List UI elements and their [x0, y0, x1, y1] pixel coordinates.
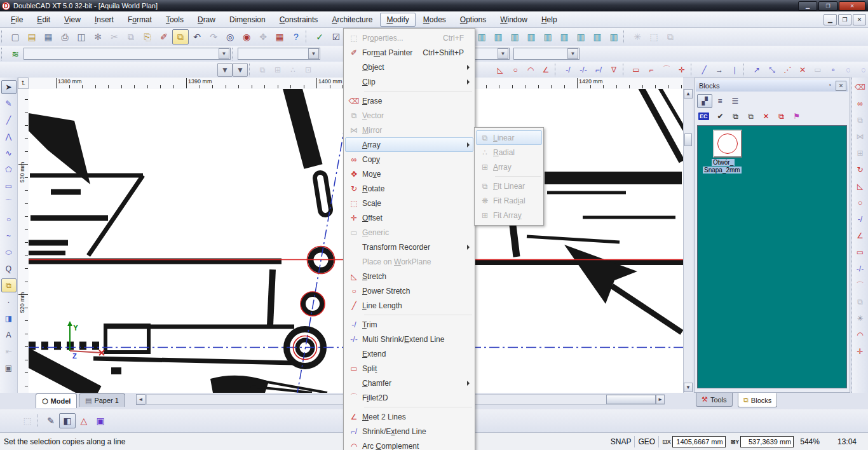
y-coordinate-field[interactable]: 537,3639 mm [740, 436, 794, 447]
save-icon[interactable]: ▦ [40, 29, 57, 44]
bp-tag-button[interactable]: ⚑ [789, 109, 804, 123]
doc-tab-model[interactable]: ⬡Model [36, 393, 77, 408]
menu-file[interactable]: File [4, 13, 29, 27]
menu-item-fit-radial[interactable]: ❋Fit Radial [476, 193, 542, 208]
block-tool-icon[interactable]: ⧉ [1, 278, 17, 292]
zoom-level[interactable]: 544% [800, 437, 820, 446]
menu-draw[interactable]: Draw [191, 13, 222, 27]
print-preview-icon[interactable]: ◫ [73, 29, 90, 44]
menu-architecture[interactable]: Architecture [325, 13, 379, 27]
bp-view-detail-button[interactable]: ☰ [728, 94, 743, 108]
menu-item-generic[interactable]: ▭Generic [345, 225, 473, 240]
array-tool-icon[interactable]: ⊞ [853, 146, 868, 160]
menu-item-chamfer[interactable]: Chamfer [345, 376, 473, 390]
copy-objects-tool-icon[interactable]: ⧉ [853, 295, 868, 309]
bp-edit-content-button[interactable]: EC [698, 112, 709, 120]
menu-item-erase[interactable]: ⌫Erase [345, 93, 473, 108]
hatch-combo-dropdown[interactable]: ▼ [567, 48, 578, 59]
menu-item-object[interactable]: Object [345, 60, 473, 74]
menu-item-format-painter[interactable]: ✐Format PainterCtrl+Shift+P [345, 45, 473, 60]
menu-item-fillet2d[interactable]: ⌒Fillet2D [345, 390, 473, 405]
close-button[interactable]: ✕ [839, 1, 865, 11]
split-icon[interactable]: ▭ [628, 63, 644, 77]
menu-view[interactable]: View [58, 13, 87, 27]
menu-item-array[interactable]: Array [345, 137, 473, 152]
snap-intersection-icon[interactable]: ✕ [795, 63, 810, 77]
mirror-tool-icon[interactable]: ⋈ [853, 130, 868, 144]
maximize-button[interactable]: ❐ [818, 1, 837, 11]
fillet-tool-icon[interactable]: ⌒ [853, 278, 868, 292]
angle-edit-icon[interactable]: ∠ [538, 63, 553, 77]
block-name-line1[interactable]: Otwór_ [712, 159, 735, 166]
open-file-icon[interactable]: ▤ [24, 29, 40, 44]
menu-item-power-stretch[interactable]: ○Power Stretch [345, 283, 473, 298]
layer-combo-dropdown[interactable]: ▼ [219, 48, 229, 59]
menu-item-mirror[interactable]: ⋈Mirror [345, 123, 473, 137]
view-cube-left-icon[interactable]: ▥ [506, 29, 523, 44]
menu-item-radial[interactable]: ∴Radial [476, 145, 542, 160]
menu-item-array[interactable]: ⊞Array [476, 160, 542, 174]
view-cube-iso-nw-icon[interactable]: ▥ [606, 29, 622, 44]
snap-vertical-icon[interactable]: ∣ [727, 63, 742, 77]
mdi-close-button[interactable]: ✕ [853, 14, 866, 25]
trim-tool-icon[interactable]: -/ [853, 212, 868, 226]
arc-edit-icon[interactable]: ◠ [523, 63, 538, 77]
snap-arrow-icon[interactable]: → [712, 63, 727, 77]
snap-nearest-icon[interactable]: ∘ [825, 63, 841, 77]
stretch-tool-icon[interactable]: ◺ [853, 179, 868, 193]
pen-combo-dropdown[interactable]: ▼ [498, 48, 508, 59]
explode-icon[interactable]: ✳ [629, 29, 646, 44]
menu-options[interactable]: Options [454, 13, 492, 27]
ellipse-tool-icon[interactable]: ⬭ [1, 245, 17, 259]
query-tool-icon[interactable]: Q [1, 262, 17, 276]
rotate-tool-icon[interactable]: ↻ [853, 163, 868, 177]
calculator-icon[interactable]: ▦ [271, 29, 288, 44]
menu-item-fit-linear[interactable]: ⧉Fit Linear [476, 179, 542, 193]
menu-item-vector[interactable]: ⧉Vector [345, 108, 473, 123]
selection-dropdown-button[interactable]: ▼ [217, 63, 233, 77]
menu-item-stretch[interactable]: ◺Stretch [345, 269, 473, 283]
extend-icon[interactable]: ∇ [606, 63, 621, 77]
bp-accept-button[interactable]: ✔ [713, 109, 728, 123]
menu-format[interactable]: Format [121, 13, 158, 27]
copy-tool-icon[interactable]: ∞ [853, 97, 868, 111]
stretch-icon[interactable]: ◺ [492, 63, 508, 77]
text-tool-icon[interactable]: A [1, 328, 17, 342]
menu-item-copy[interactable]: ∞Copy [345, 152, 473, 167]
menu-modify[interactable]: Modify [380, 13, 415, 27]
zoom-in-icon[interactable]: ◎ [222, 29, 238, 44]
menu-item-meet-2-lines[interactable]: ∠Meet 2 Lines [345, 409, 473, 424]
hscroll-thumb[interactable] [606, 395, 656, 404]
menu-constraints[interactable]: Constraints [273, 13, 325, 27]
menu-item-split[interactable]: ▭Split [345, 361, 473, 376]
scroll-down-button[interactable]: ▼ [684, 383, 693, 392]
menu-item-linear[interactable]: ⧉Linear [476, 130, 542, 145]
view-cube-iso-ne-icon[interactable]: ▥ [589, 29, 606, 44]
menu-help[interactable]: Help [535, 13, 564, 27]
rectangle-tool-icon[interactable]: ▭ [1, 179, 17, 193]
edit-workplane-icon[interactable]: ✎ [43, 413, 59, 428]
menu-item-clip[interactable]: Clip [345, 74, 473, 89]
vertical-scrollbar[interactable]: ▲ ▼ [683, 89, 693, 393]
bp-delete-button[interactable]: ✕ [759, 109, 774, 123]
circle-tool-icon[interactable]: ○ [1, 212, 17, 226]
menu-item-multi-shrink-extend-line[interactable]: -/-Multi Shrink/Extend Line [345, 332, 473, 346]
meet-2-lines-tool-icon[interactable]: ∠ [853, 229, 868, 243]
print-icon[interactable]: ⎙ [57, 29, 73, 44]
view-cube-iso-sw-icon[interactable]: ▥ [573, 29, 589, 44]
vector-tool-icon[interactable]: ⧉ [853, 113, 868, 127]
menu-item-move[interactable]: ✥Move [345, 167, 473, 181]
minimize-button[interactable]: ▁ [798, 1, 817, 11]
pan-icon[interactable]: ✥ [255, 29, 271, 44]
hatch-tool-icon[interactable]: ◨ [1, 311, 17, 325]
geo-toggle[interactable]: GEO [638, 437, 655, 446]
menu-item-scale[interactable]: ⬚Scale [345, 196, 473, 210]
tab-scroll-left-button[interactable]: ◄ [136, 394, 146, 405]
block-edit-icon[interactable]: ⧉ [662, 29, 679, 44]
selection-info-icon[interactable]: ⬚ [19, 413, 36, 428]
blocks-panel-titlebar[interactable]: Blocks ◔ ✕ [696, 80, 848, 92]
spell-check-icon[interactable]: ✓ [311, 29, 328, 44]
menu-item-line-length[interactable]: ╱Line Length [345, 298, 473, 313]
zoom-realtime-icon[interactable]: ◉ [238, 29, 255, 44]
array-grid-icon[interactable]: ⊞ [270, 63, 285, 77]
